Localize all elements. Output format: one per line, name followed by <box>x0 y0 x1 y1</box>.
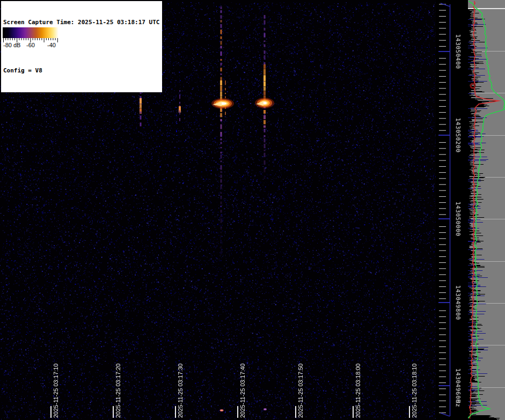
time-axis-label: 2025-11-25 03:18:00 <box>355 364 361 418</box>
time-tick <box>353 406 354 418</box>
colorbar-label-mid: -60 <box>26 42 35 48</box>
time-tick <box>175 406 176 418</box>
frequency-axis-label: 143049600 <box>455 368 462 403</box>
frequency-axis-unit: Hz <box>455 400 462 407</box>
colorbar-labels: -80 dB -60 -40 <box>3 42 58 49</box>
colorbar-gradient <box>3 27 58 38</box>
colorbar-label-min: -80 dB <box>3 42 20 48</box>
frequency-axis-label: 143050000 <box>455 201 462 236</box>
capture-time-text: Screen Capture Time: 2025-11-25 03:18:17… <box>3 18 159 26</box>
meteor-spectrogram-screen: 2025-11-25 03:17:102025-11-25 03:17:2020… <box>0 0 505 420</box>
colorbar-label-max: -40 <box>47 42 56 48</box>
time-axis-label: 2025-11-25 03:17:50 <box>297 364 304 418</box>
spectrum-panel <box>468 0 505 420</box>
intensity-colorbar: -80 dB -60 -40 <box>3 27 58 49</box>
capture-config-text: Config = V8 <box>3 67 159 75</box>
time-tick <box>237 406 238 418</box>
time-tick <box>50 406 52 418</box>
time-axis-label: 2025-11-25 03:17:20 <box>115 364 121 418</box>
time-axis-label: 2025-11-25 03:18:10 <box>411 364 418 418</box>
time-tick <box>295 406 296 418</box>
time-tick <box>113 406 114 418</box>
time-tick <box>409 406 410 418</box>
frequency-axis-label: 143050200 <box>455 117 462 152</box>
time-axis-label: 2025-11-25 03:17:40 <box>239 364 246 418</box>
time-axis-label: 2025-11-25 03:17:30 <box>177 364 184 418</box>
time-axis-label: 2025-11-25 03:17:10 <box>53 364 59 418</box>
frequency-axis-label: 143050400 <box>455 34 462 69</box>
frequency-axis-label: 143049800 <box>455 285 462 320</box>
